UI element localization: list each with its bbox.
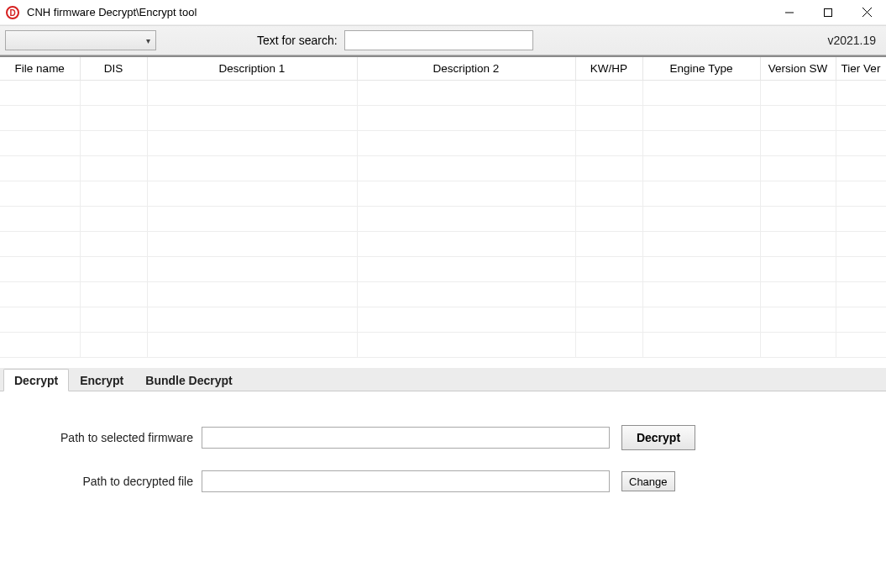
path-firmware-input[interactable] [202,427,610,449]
grid-row[interactable] [0,81,886,106]
col-desc1[interactable]: Description 1 [147,57,357,81]
decrypt-panel: Path to selected firmware Decrypt Path t… [0,391,886,521]
svg-rect-3 [825,8,832,16]
path-firmware-label: Path to selected firmware [34,431,202,444]
tab-encrypt[interactable]: Encrypt [69,369,134,391]
search-input[interactable] [344,30,533,50]
grid-row[interactable] [0,131,886,156]
decrypt-button[interactable]: Decrypt [621,425,695,450]
grid-row[interactable] [0,106,886,131]
window-titlebar: D CNH firmware Decrypt\Encrypt tool [0,0,886,25]
minimize-button[interactable] [770,0,809,24]
toolbar: ▾ Text for search: v2021.19 [0,25,886,55]
col-version-sw[interactable]: Version SW [760,57,836,81]
results-grid: File name DIS Description 1 Description … [0,55,886,368]
grid-row[interactable] [0,207,886,232]
svg-text:D: D [9,8,15,18]
app-icon: D [5,5,20,20]
path-decrypted-input[interactable] [202,470,610,492]
tabstrip: Decrypt Encrypt Bundle Decrypt [0,368,886,391]
col-file-name[interactable]: File name [0,57,80,81]
grid-row[interactable] [0,333,886,358]
grid-header-row: File name DIS Description 1 Description … [0,57,886,81]
grid-row[interactable] [0,232,886,257]
chevron-down-icon: ▾ [146,36,150,45]
grid-body [0,81,886,358]
maximize-button[interactable] [809,0,847,24]
change-button[interactable]: Change [621,471,675,491]
col-dis[interactable]: DIS [80,57,147,81]
tab-bundle-decrypt[interactable]: Bundle Decrypt [134,369,243,391]
grid-row[interactable] [0,156,886,181]
grid-row[interactable] [0,181,886,207]
tab-decrypt[interactable]: Decrypt [3,369,69,391]
col-engine-type[interactable]: Engine Type [642,57,760,81]
version-label: v2021.19 [827,34,876,47]
grid-row[interactable] [0,257,886,282]
col-desc2[interactable]: Description 2 [357,57,575,81]
window-title: CNH firmware Decrypt\Encrypt tool [25,6,197,18]
filter-combobox[interactable]: ▾ [5,30,156,50]
col-tier-ver[interactable]: Tier Ver [836,57,886,81]
search-label: Text for search: [257,34,338,47]
path-decrypted-label: Path to decrypted file [34,475,202,488]
col-kwhp[interactable]: KW/HP [575,57,642,81]
grid-row[interactable] [0,282,886,307]
grid-row[interactable] [0,307,886,333]
close-button[interactable] [847,0,886,24]
